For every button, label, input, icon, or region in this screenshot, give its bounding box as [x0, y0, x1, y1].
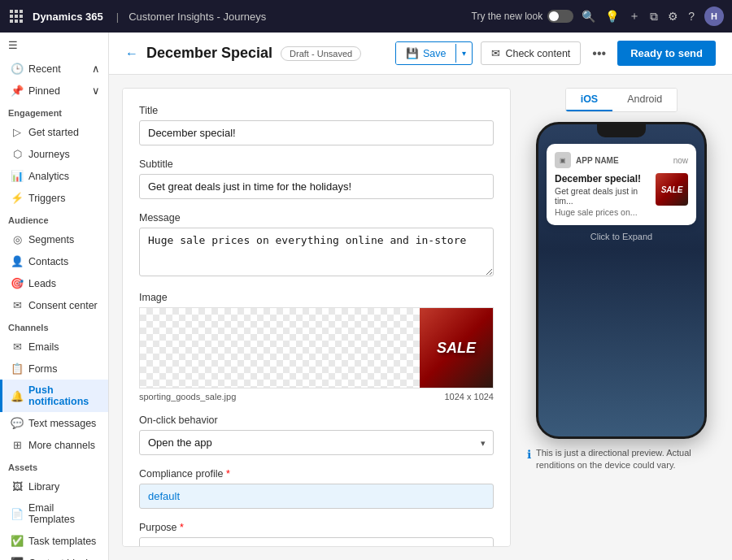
svg-rect-0 [10, 10, 13, 13]
analytics-icon: 📊 [11, 170, 24, 182]
user-avatar[interactable]: H [704, 7, 724, 26]
preview-tab-ios[interactable]: iOS [566, 89, 613, 111]
purpose-label: Purpose [139, 522, 494, 533]
compliance-input[interactable] [139, 484, 494, 509]
lightbulb-icon[interactable]: 💡 [605, 10, 619, 23]
brand-separator: | [116, 11, 119, 23]
sidebar-item-emails[interactable]: ✉ Emails [0, 336, 108, 358]
save-button-group: 💾 Save ▾ [395, 41, 473, 65]
sidebar-item-library[interactable]: 🖼 Library [0, 475, 108, 497]
preview-tab-android[interactable]: Android [612, 89, 677, 111]
sidebar-item-recent[interactable]: 🕒 Recent ∧ [0, 58, 108, 80]
recent-icon: 🕒 [11, 63, 24, 75]
phone-notch [597, 124, 646, 137]
sale-text: SALE [437, 340, 476, 357]
settings-icon[interactable]: ⚙ [668, 10, 678, 23]
hamburger-menu[interactable]: ☰ [0, 33, 108, 58]
app-name: Customer Insights - Journeys [129, 11, 266, 23]
ready-to-send-button[interactable]: Ready to send [617, 41, 716, 66]
save-label: Save [423, 48, 447, 59]
sidebar-item-text-messages[interactable]: 💬 Text messages [0, 412, 108, 434]
sidebar-item-task-templates[interactable]: ✅ Task templates [0, 530, 108, 552]
save-button[interactable]: 💾 Save [396, 42, 456, 64]
image-filename: sporting_goods_sale.jpg [139, 392, 236, 402]
onclick-field-group: On-click behavior Open the app Open a UR… [139, 415, 494, 455]
save-disk-icon: 💾 [406, 47, 419, 59]
purpose-select[interactable]: Commercial Transactional [139, 537, 494, 547]
forms-icon: 📋 [11, 362, 24, 375]
more-channels-icon: ⊞ [11, 439, 24, 451]
svg-rect-8 [20, 20, 23, 23]
sidebar-push-label: Push notifications [28, 384, 100, 407]
pinned-caret: ∨ [92, 85, 100, 97]
new-look-toggle[interactable] [547, 10, 573, 23]
onclick-select-wrapper: Open the app Open a URL ▾ [139, 430, 494, 455]
page-header: ← December Special Draft - Unsaved 💾 Sav… [109, 33, 732, 75]
notif-text-area: December special! Get great deals just i… [555, 173, 651, 217]
form-panel: Title Subtitle Message Image [122, 88, 511, 547]
engagement-group-label: Engagement [0, 102, 108, 121]
sidebar-item-leads[interactable]: 🎯 Leads [0, 272, 108, 294]
sidebar-item-journeys[interactable]: ⬡ Journeys [0, 143, 108, 165]
sidebar: ☰ 🕒 Recent ∧ 📌 Pinned ∨ Engagement ▷ Get… [0, 33, 109, 560]
svg-rect-3 [10, 15, 13, 18]
filter-icon[interactable]: ⧉ [650, 10, 658, 24]
more-options-button[interactable]: ••• [589, 43, 609, 64]
app-grid-icon[interactable] [8, 8, 24, 24]
sidebar-item-segments[interactable]: ◎ Segments [0, 228, 108, 250]
sidebar-item-triggers[interactable]: ⚡ Triggers [0, 187, 108, 209]
sidebar-get-started-label: Get started [28, 127, 79, 138]
text-messages-icon: 💬 [11, 417, 24, 429]
notif-subtitle: Get great deals just in tim... [555, 186, 651, 206]
title-field-group: Title [139, 105, 494, 145]
onclick-select[interactable]: Open the app Open a URL [139, 430, 494, 455]
notif-time: now [673, 156, 688, 165]
title-input[interactable] [139, 120, 494, 145]
push-icon: 🔔 [11, 390, 24, 402]
save-dropdown-button[interactable]: ▾ [455, 44, 472, 63]
sidebar-item-forms[interactable]: 📋 Forms [0, 358, 108, 380]
try-new-look-area: Try the new look [472, 10, 574, 23]
preview-tab-group: iOS Android [565, 88, 678, 112]
topbar-icons: 🔍 💡 ＋ ⧉ ⚙ ? H [582, 7, 724, 26]
sidebar-leads-label: Leads [28, 278, 56, 289]
search-icon[interactable]: 🔍 [582, 10, 595, 23]
sidebar-text-label: Text messages [28, 418, 96, 429]
sidebar-content-blocks-label: Content blocks [28, 558, 96, 561]
sidebar-contacts-label: Contacts [28, 256, 68, 267]
message-field-group: Message [139, 212, 494, 279]
triggers-icon: ⚡ [11, 192, 24, 204]
sidebar-item-content-blocks[interactable]: ⬛ Content blocks [0, 552, 108, 560]
sidebar-item-pinned[interactable]: 📌 Pinned ∨ [0, 80, 108, 102]
back-button[interactable]: ← [125, 46, 138, 61]
contacts-icon: 👤 [11, 255, 24, 267]
sidebar-item-analytics[interactable]: 📊 Analytics [0, 165, 108, 187]
notif-app-icon: ▣ [555, 152, 571, 168]
sidebar-more-channels-label: More channels [28, 440, 95, 451]
sidebar-item-consent-center[interactable]: ✉ Consent center [0, 294, 108, 316]
message-label: Message [139, 212, 494, 224]
help-icon[interactable]: ? [688, 10, 695, 23]
subtitle-label: Subtitle [139, 158, 494, 170]
top-navigation-bar: Dynamics 365 | Customer Insights - Journ… [0, 0, 732, 33]
image-metadata: sporting_goods_sale.jpg 1024 x 1024 [139, 392, 494, 402]
click-to-expand-hint: Click to Expand [547, 232, 696, 241]
pin-icon: 📌 [11, 85, 24, 97]
svg-rect-5 [20, 15, 23, 18]
sidebar-item-push-notifications[interactable]: 🔔 Push notifications [0, 380, 108, 412]
message-textarea[interactable] [139, 228, 494, 276]
add-icon[interactable]: ＋ [629, 9, 640, 24]
image-upload-area[interactable]: SALE [139, 307, 494, 389]
subtitle-input[interactable] [139, 174, 494, 199]
sidebar-item-get-started[interactable]: ▷ Get started [0, 121, 108, 143]
consent-icon: ✉ [11, 299, 24, 311]
check-content-button[interactable]: ✉ Check content [481, 41, 581, 65]
preview-note: ℹ This is just a directional preview. Ac… [524, 447, 719, 472]
sidebar-item-contacts[interactable]: 👤 Contacts [0, 250, 108, 272]
page-title: December Special [146, 45, 272, 62]
notif-thumbnail: SALE [656, 173, 688, 206]
preview-note-text: This is just a directional preview. Actu… [536, 447, 716, 472]
sidebar-emails-label: Emails [28, 341, 59, 353]
sidebar-item-email-templates[interactable]: 📄 Email Templates [0, 497, 108, 530]
sidebar-item-more-channels[interactable]: ⊞ More channels [0, 434, 108, 456]
